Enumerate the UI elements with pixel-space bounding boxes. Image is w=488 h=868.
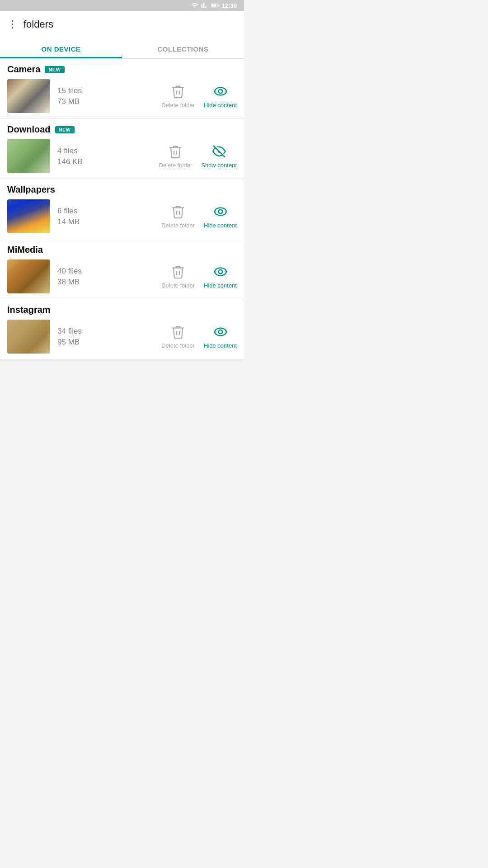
trash-icon bbox=[170, 324, 186, 340]
folder-size: 95 MB bbox=[57, 338, 154, 347]
delete-label: Delete folder bbox=[161, 282, 195, 289]
folder-name: MiMedia bbox=[7, 245, 43, 255]
delete-folder-button[interactable]: Delete folder bbox=[159, 144, 192, 169]
svg-rect-2 bbox=[211, 4, 216, 6]
eye-icon bbox=[213, 264, 228, 279]
folder-list: Camera NEW 15 files 73 MB bbox=[0, 59, 244, 359]
folder-info: 40 files 38 MB bbox=[57, 267, 154, 287]
svg-point-6 bbox=[218, 210, 222, 214]
folder-name: Instagram bbox=[7, 305, 51, 315]
page-title: folders bbox=[23, 19, 53, 30]
trash-icon bbox=[170, 264, 186, 279]
folder-thumbnail[interactable] bbox=[7, 259, 50, 293]
svg-point-10 bbox=[218, 330, 222, 334]
toggle-content-button[interactable]: Show content bbox=[201, 144, 237, 169]
folder-thumbnail[interactable] bbox=[7, 320, 50, 354]
svg-point-3 bbox=[215, 88, 226, 95]
folder-info: 6 files 14 MB bbox=[57, 207, 154, 226]
trash-icon bbox=[168, 144, 183, 159]
folder-files: 15 files bbox=[57, 86, 154, 95]
folder-thumbnail[interactable] bbox=[7, 199, 50, 233]
tab-collections[interactable]: COLLECTIONS bbox=[122, 38, 244, 58]
toggle-content-button[interactable]: Hide content bbox=[204, 264, 237, 289]
folder-item: MiMedia 40 files 38 MB bbox=[0, 239, 244, 299]
delete-folder-button[interactable]: Delete folder bbox=[161, 324, 195, 349]
eye-icon bbox=[213, 204, 228, 219]
delete-label: Delete folder bbox=[161, 102, 195, 108]
visibility-label: Hide content bbox=[204, 282, 237, 289]
toggle-content-button[interactable]: Hide content bbox=[204, 204, 237, 229]
folder-files: 34 files bbox=[57, 327, 154, 336]
folder-actions: Delete folder Hide content bbox=[161, 204, 237, 229]
signal-icon bbox=[201, 2, 208, 9]
visibility-label: Show content bbox=[201, 162, 237, 169]
new-badge: NEW bbox=[45, 66, 64, 73]
folder-name: Download bbox=[7, 124, 51, 135]
delete-folder-button[interactable]: Delete folder bbox=[161, 264, 195, 289]
delete-label: Delete folder bbox=[161, 222, 195, 229]
folder-name: Camera bbox=[7, 64, 40, 75]
battery-icon bbox=[211, 2, 219, 9]
folder-thumbnail[interactable] bbox=[7, 139, 50, 173]
delete-label: Delete folder bbox=[159, 162, 192, 169]
folder-item: Wallpapers 6 files 14 MB bbox=[0, 179, 244, 239]
folder-item: Instagram 34 files 95 MB bbox=[0, 299, 244, 359]
trash-icon bbox=[170, 204, 186, 219]
tab-on-device[interactable]: ON DEVICE bbox=[0, 38, 122, 58]
folder-actions: Delete folder Hide content bbox=[161, 84, 237, 108]
folder-size: 38 MB bbox=[57, 278, 154, 287]
svg-rect-1 bbox=[218, 5, 219, 6]
folder-actions: Delete folder Hide content bbox=[161, 264, 237, 289]
eye-icon bbox=[213, 84, 228, 99]
trash-icon bbox=[170, 84, 186, 99]
svg-point-7 bbox=[215, 268, 226, 276]
folder-item: Camera NEW 15 files 73 MB bbox=[0, 59, 244, 119]
folder-info: 4 files 146 KB bbox=[57, 146, 152, 166]
folder-info: 34 files 95 MB bbox=[57, 327, 154, 347]
folder-info: 15 files 73 MB bbox=[57, 86, 154, 106]
status-bar: 12:30 bbox=[0, 0, 244, 11]
delete-folder-button[interactable]: Delete folder bbox=[161, 204, 195, 229]
folder-thumbnail[interactable] bbox=[7, 79, 50, 113]
toggle-content-button[interactable]: Hide content bbox=[204, 324, 237, 349]
menu-button[interactable]: ⋮ bbox=[7, 19, 18, 30]
visibility-label: Hide content bbox=[204, 222, 237, 229]
visibility-label: Hide content bbox=[204, 102, 237, 108]
folder-name: Wallpapers bbox=[7, 184, 55, 195]
folder-size: 14 MB bbox=[57, 217, 154, 226]
status-time: 12:30 bbox=[222, 2, 237, 9]
delete-folder-button[interactable]: Delete folder bbox=[161, 84, 195, 108]
folder-actions: Delete folder Show content bbox=[159, 144, 237, 169]
wifi-icon bbox=[191, 2, 198, 9]
folder-size: 146 KB bbox=[57, 157, 152, 166]
toggle-content-button[interactable]: Hide content bbox=[204, 84, 237, 108]
folder-files: 40 files bbox=[57, 267, 154, 276]
app-header: ⋮ folders bbox=[0, 11, 244, 38]
folder-actions: Delete folder Hide content bbox=[161, 324, 237, 349]
svg-point-8 bbox=[218, 270, 222, 274]
folder-files: 4 files bbox=[57, 146, 152, 156]
tab-bar: ON DEVICE COLLECTIONS bbox=[0, 38, 244, 59]
new-badge: NEW bbox=[55, 126, 75, 133]
eye-icon bbox=[213, 324, 228, 340]
svg-point-9 bbox=[215, 328, 226, 336]
svg-point-4 bbox=[218, 90, 222, 94]
eye-off-icon bbox=[211, 144, 227, 159]
visibility-label: Hide content bbox=[204, 342, 237, 349]
svg-point-5 bbox=[215, 208, 226, 216]
delete-label: Delete folder bbox=[161, 342, 195, 349]
folder-files: 6 files bbox=[57, 207, 154, 216]
folder-size: 73 MB bbox=[57, 97, 154, 106]
folder-item: Download NEW 4 files 146 KB bbox=[0, 119, 244, 179]
